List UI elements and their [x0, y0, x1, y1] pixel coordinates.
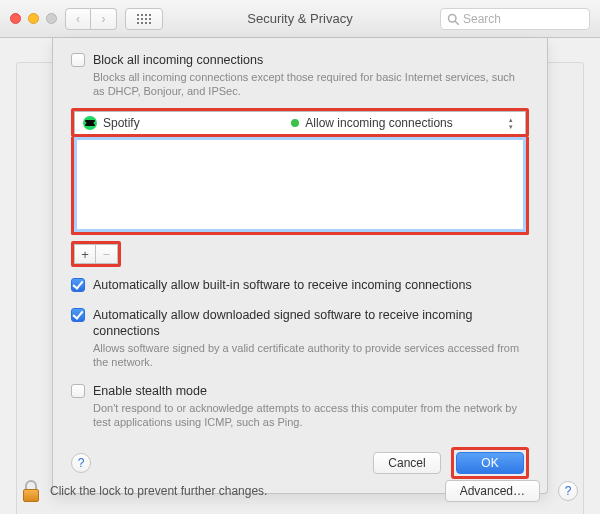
block-all-sub: Blocks all incoming connections except t…: [93, 70, 529, 98]
lock-text: Click the lock to prevent further change…: [50, 484, 267, 498]
forward-button[interactable]: ›: [91, 8, 117, 30]
titlebar: ‹ › Security & Privacy: [0, 0, 600, 38]
zoom-window-button[interactable]: [46, 13, 57, 24]
cancel-label: Cancel: [388, 456, 425, 470]
status-dot-icon: [291, 119, 299, 127]
search-icon: [447, 13, 459, 25]
firewall-options-sheet: Block all incoming connections Blocks al…: [52, 38, 548, 494]
ok-button[interactable]: OK: [456, 452, 524, 474]
block-all-checkbox[interactable]: [71, 53, 85, 67]
block-all-label: Block all incoming connections: [93, 52, 529, 68]
back-button[interactable]: ‹: [65, 8, 91, 30]
auto-signed-sub: Allows software signed by a valid certif…: [93, 341, 529, 369]
minimize-window-button[interactable]: [28, 13, 39, 24]
main-area: Block all incoming connections Blocks al…: [0, 38, 600, 514]
app-list: Spotify Allow incoming connections ▴▾: [71, 108, 529, 235]
chevron-right-icon: ›: [102, 12, 106, 26]
question-icon: ?: [565, 484, 572, 498]
window-controls: [10, 13, 57, 24]
auto-builtin-checkbox[interactable]: [71, 278, 85, 292]
search-field[interactable]: [440, 8, 590, 30]
app-status-label: Allow incoming connections: [305, 116, 452, 130]
grid-icon: [137, 14, 151, 24]
auto-builtin-label: Automatically allow built-in software to…: [93, 277, 472, 293]
app-list-body[interactable]: [71, 137, 529, 235]
auto-signed-label: Automatically allow downloaded signed so…: [93, 307, 529, 339]
block-all-row: Block all incoming connections Blocks al…: [71, 52, 529, 98]
help-button[interactable]: ?: [71, 453, 91, 473]
stealth-sub: Don't respond to or acknowledge attempts…: [93, 401, 529, 429]
advanced-label: Advanced…: [460, 484, 525, 498]
highlight-app-row: Spotify Allow incoming connections ▴▾: [71, 108, 529, 137]
app-list-row[interactable]: Spotify Allow incoming connections ▴▾: [74, 111, 526, 134]
lock-icon[interactable]: [22, 480, 40, 502]
cancel-button[interactable]: Cancel: [373, 452, 441, 474]
remove-app-button[interactable]: −: [96, 244, 118, 264]
highlight-ok: OK: [451, 447, 529, 479]
question-icon: ?: [78, 456, 85, 470]
add-app-button[interactable]: +: [74, 244, 96, 264]
auto-signed-checkbox[interactable]: [71, 308, 85, 322]
stealth-checkbox[interactable]: [71, 384, 85, 398]
lock-row: Click the lock to prevent further change…: [22, 480, 578, 502]
advanced-button[interactable]: Advanced…: [445, 480, 540, 502]
app-status-select[interactable]: Allow incoming connections ▴▾: [291, 116, 517, 130]
pane-help-button[interactable]: ?: [558, 481, 578, 501]
nav-back-forward: ‹ ›: [65, 8, 117, 30]
close-window-button[interactable]: [10, 13, 21, 24]
popup-arrows-icon: ▴▾: [505, 117, 517, 130]
add-remove-group: + −: [71, 241, 529, 267]
chevron-left-icon: ‹: [76, 12, 80, 26]
stealth-row: Enable stealth mode Don't respond to or …: [71, 383, 529, 429]
sheet-footer: ? Cancel OK: [71, 447, 529, 479]
highlight-add-remove: + −: [71, 241, 121, 267]
auto-builtin-row: Automatically allow built-in software to…: [71, 277, 529, 293]
minus-icon: −: [103, 247, 111, 262]
spotify-icon: [83, 116, 97, 130]
app-name: Spotify: [103, 116, 140, 130]
svg-line-1: [455, 21, 458, 24]
show-all-button[interactable]: [125, 8, 163, 30]
auto-signed-row: Automatically allow downloaded signed so…: [71, 307, 529, 369]
stealth-label: Enable stealth mode: [93, 383, 529, 399]
ok-label: OK: [481, 456, 498, 470]
search-input[interactable]: [463, 12, 583, 26]
plus-icon: +: [81, 247, 89, 262]
